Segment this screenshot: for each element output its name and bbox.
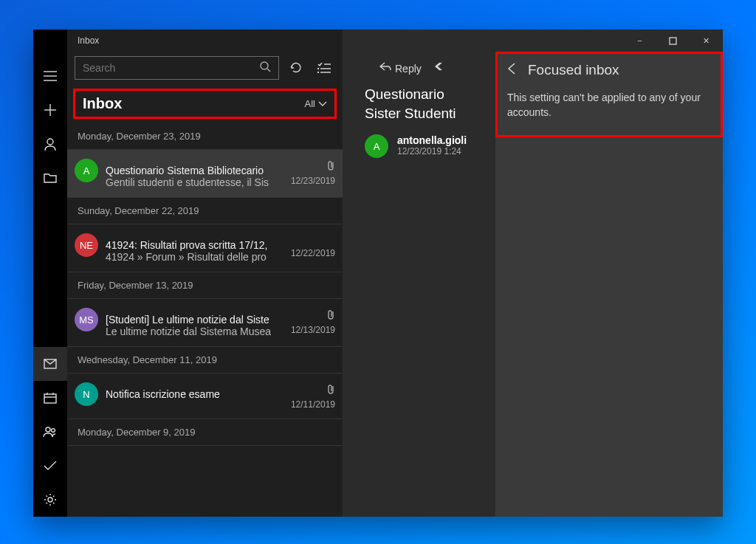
people-nav-button[interactable]	[33, 415, 67, 449]
date-group-header: Monday, December 23, 2019	[67, 123, 343, 150]
mail-app-window: Inbox − ✕	[33, 30, 723, 517]
search-icon[interactable]	[259, 61, 271, 75]
flyout-message: This setting can't be applied to any of …	[495, 83, 723, 128]
filter-dropdown[interactable]: All	[305, 98, 327, 109]
todo-nav-button[interactable]	[33, 449, 67, 483]
message-item[interactable]: MS[Studenti] Le ultime notizie dal Siste…	[67, 299, 343, 347]
message-item[interactable]: NE41924: Risultati prova scritta 17/12,4…	[67, 224, 343, 272]
mail-nav-button[interactable]	[33, 347, 67, 381]
titlebar: Inbox − ✕	[33, 30, 723, 52]
message-list[interactable]: Monday, December 23, 2019AQuestionario S…	[67, 123, 343, 446]
date-group-header: Sunday, December 22, 2019	[67, 198, 343, 224]
filter-label: All	[305, 98, 315, 109]
search-input[interactable]	[83, 62, 259, 74]
message-subject: Questionario Sistema Bibliotecario	[106, 165, 284, 176]
attachment-icon	[326, 160, 335, 173]
window-title: Inbox	[33, 35, 99, 46]
new-mail-button[interactable]	[33, 93, 67, 127]
sync-button[interactable]	[285, 57, 307, 79]
reply-icon	[379, 62, 391, 75]
svg-rect-0	[670, 38, 676, 44]
flyout-title: Focused inbox	[528, 62, 619, 78]
date-group-header: Wednesday, December 11, 2019	[67, 347, 343, 373]
selection-mode-button[interactable]	[313, 57, 335, 79]
message-date: 12/22/2019	[291, 248, 335, 258]
back-button[interactable]	[507, 62, 518, 78]
svg-point-12	[46, 427, 50, 432]
list-toolbar	[67, 52, 343, 84]
sender-avatar: A	[75, 159, 98, 182]
reply-button[interactable]: Reply	[379, 62, 422, 75]
message-subject: [Studenti] Le ultime notizie dal Siste	[106, 314, 284, 326]
svg-line-16	[267, 69, 270, 72]
svg-point-15	[261, 62, 268, 69]
date-group-header: Friday, December 13, 2019	[67, 272, 343, 299]
svg-point-6	[47, 139, 53, 145]
sender-avatar: A	[365, 134, 388, 158]
sender-avatar: MS	[75, 308, 98, 331]
settings-button[interactable]	[33, 483, 67, 517]
message-date: 12/23/2019	[291, 176, 335, 186]
close-button[interactable]: ✕	[690, 30, 723, 52]
folders-button[interactable]	[33, 161, 67, 195]
message-preview: Le ultime notizie dal Sistema Musea	[106, 326, 284, 337]
svg-point-20	[318, 69, 319, 69]
attachment-icon	[326, 384, 335, 396]
reading-subject: Questionario Sister Studenti	[343, 82, 490, 130]
sender-name: antonella.gioli	[397, 134, 467, 146]
svg-point-14	[48, 497, 52, 502]
date-group-header: Monday, December 9, 2019	[67, 419, 343, 446]
message-preview: 41924 » Forum » Risultati delle pro	[106, 251, 284, 263]
minimize-button[interactable]: −	[623, 30, 656, 52]
message-preview: Gentili studenti e studentesse, il Sis	[106, 176, 284, 188]
folder-header: Inbox All	[73, 89, 337, 119]
sender-avatar: N	[75, 382, 98, 406]
reply-all-icon	[435, 62, 448, 75]
search-box[interactable]	[75, 56, 279, 80]
focused-inbox-flyout: Focused inbox This setting can't be appl…	[495, 52, 723, 517]
message-item[interactable]: AQuestionario Sistema BibliotecarioGenti…	[67, 150, 343, 198]
reply-all-button[interactable]	[435, 62, 448, 75]
message-subject: Notifica iscrizione esame	[106, 388, 284, 400]
message-list-pane: Inbox All Monday, December 23, 2019AQues…	[67, 30, 343, 517]
attachment-icon	[326, 309, 335, 322]
message-date: 12/11/2019	[291, 399, 335, 410]
message-date: 12/13/2019	[291, 325, 335, 335]
sent-time: 12/23/2019 1:24	[397, 146, 467, 156]
message-subject: 41924: Risultati prova scritta 17/12,	[106, 239, 284, 251]
calendar-nav-button[interactable]	[33, 381, 67, 415]
folder-name: Inbox	[83, 95, 122, 112]
reply-label: Reply	[395, 63, 422, 75]
hamburger-menu-button[interactable]	[33, 59, 67, 93]
sender-avatar: NE	[75, 233, 98, 257]
maximize-button[interactable]	[656, 30, 690, 52]
svg-point-13	[52, 429, 55, 433]
sidebar	[33, 30, 67, 517]
svg-rect-8	[44, 394, 56, 403]
svg-point-21	[318, 72, 319, 73]
message-item[interactable]: NNotifica iscrizione esame12/11/2019	[67, 373, 343, 419]
account-button[interactable]	[33, 127, 67, 161]
chevron-down-icon	[318, 98, 327, 109]
